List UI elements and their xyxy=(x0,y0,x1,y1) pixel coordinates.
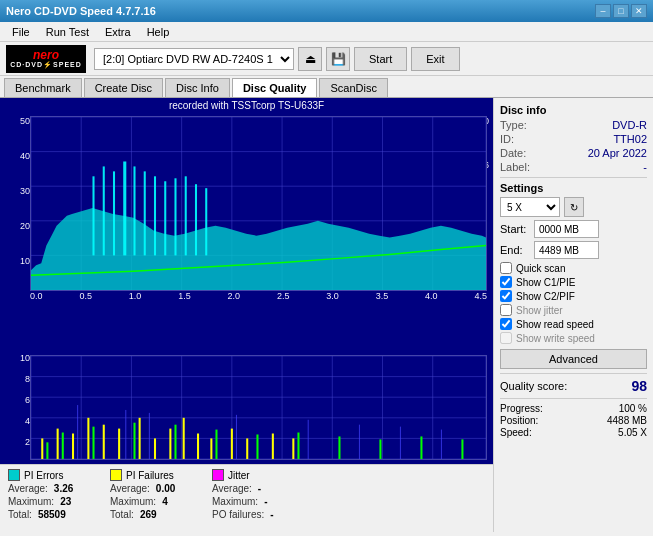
disc-type-row: Type: DVD-R xyxy=(500,119,647,131)
svg-rect-21 xyxy=(133,166,135,255)
svg-rect-63 xyxy=(92,427,94,459)
quick-scan-label: Quick scan xyxy=(516,263,565,274)
y-axis-lower-left: 10 8 6 4 2 xyxy=(2,353,30,458)
speed-row: Speed: 5.05 X xyxy=(500,427,647,438)
tab-create-disc[interactable]: Create Disc xyxy=(84,78,163,97)
start-mb-input[interactable] xyxy=(534,220,599,238)
show-c1pie-row: Show C1/PIE xyxy=(500,276,647,288)
pi-errors-label: PI Errors xyxy=(24,470,63,481)
svg-rect-57 xyxy=(231,429,233,459)
jitter-po-value: - xyxy=(270,509,273,520)
disc-date-label: Date: xyxy=(500,147,526,159)
svg-rect-78 xyxy=(359,425,360,459)
pi-errors-avg-value: 3.26 xyxy=(54,483,73,494)
nero-logo: nero CD·DVD⚡SPEED xyxy=(6,45,86,73)
menu-file[interactable]: File xyxy=(4,24,38,40)
svg-rect-45 xyxy=(41,438,43,459)
svg-rect-73 xyxy=(77,405,78,459)
svg-rect-18 xyxy=(103,166,105,255)
close-button[interactable]: ✕ xyxy=(631,4,647,18)
jitter-legend-box xyxy=(212,469,224,481)
disc-label-row: Label: - xyxy=(500,161,647,173)
tab-benchmark[interactable]: Benchmark xyxy=(4,78,82,97)
refresh-button[interactable]: ↻ xyxy=(564,197,584,217)
disc-id-label: ID: xyxy=(500,133,514,145)
menu-extra[interactable]: Extra xyxy=(97,24,139,40)
pi-errors-total-label: Total: xyxy=(8,509,32,520)
menu-bar: File Run Test Extra Help xyxy=(0,22,653,42)
show-c2pif-checkbox[interactable] xyxy=(500,290,512,302)
speed-setting-row: 5 X ↻ xyxy=(500,197,647,217)
end-mb-row: End: xyxy=(500,241,647,259)
speed-value: 5.05 X xyxy=(618,427,647,438)
show-read-speed-label: Show read speed xyxy=(516,319,594,330)
svg-rect-60 xyxy=(292,438,294,459)
quick-scan-row: Quick scan xyxy=(500,262,647,274)
divider-2 xyxy=(500,373,647,374)
svg-marker-16 xyxy=(31,208,486,290)
progress-section: Progress: 100 % Position: 4488 MB Speed:… xyxy=(500,403,647,438)
svg-rect-20 xyxy=(123,161,126,255)
pi-errors-avg-label: Average: xyxy=(8,483,48,494)
show-read-speed-checkbox[interactable] xyxy=(500,318,512,330)
maximize-button[interactable]: □ xyxy=(613,4,629,18)
tab-scan-disc[interactable]: ScanDisc xyxy=(319,78,387,97)
minimize-button[interactable]: – xyxy=(595,4,611,18)
eject-button[interactable]: ⏏ xyxy=(298,47,322,71)
svg-rect-52 xyxy=(154,438,156,459)
jitter-po-label: PO failures: xyxy=(212,509,264,520)
x-axis-upper: 0.0 0.5 1.0 1.5 2.0 2.5 3.0 3.5 4.0 4.5 xyxy=(30,291,487,301)
svg-rect-58 xyxy=(246,438,248,459)
speed-select[interactable]: 5 X xyxy=(500,197,560,217)
menu-help[interactable]: Help xyxy=(139,24,178,40)
jitter-group: Jitter Average: - Maximum: - PO failures… xyxy=(212,469,302,528)
progress-row: Progress: 100 % xyxy=(500,403,647,414)
show-c2pif-row: Show C2/PIF xyxy=(500,290,647,302)
svg-rect-65 xyxy=(174,425,176,459)
svg-rect-22 xyxy=(144,171,146,255)
position-label: Position: xyxy=(500,415,538,426)
svg-rect-26 xyxy=(185,176,187,255)
drive-select[interactable]: [2:0] Optiarc DVD RW AD-7240S 1.04 xyxy=(94,48,294,70)
save-button[interactable]: 💾 xyxy=(326,47,350,71)
svg-rect-54 xyxy=(183,418,185,459)
disc-date-row: Date: 20 Apr 2022 xyxy=(500,147,647,159)
pi-errors-total-row: Total: 58509 xyxy=(8,509,98,520)
divider-1 xyxy=(500,177,647,178)
jitter-max-value: - xyxy=(264,496,267,507)
upper-chart xyxy=(30,116,487,291)
tab-disc-info[interactable]: Disc Info xyxy=(165,78,230,97)
pi-failures-total-value: 269 xyxy=(140,509,157,520)
window-controls: – □ ✕ xyxy=(595,4,647,18)
tab-bar: Benchmark Create Disc Disc Info Disc Qua… xyxy=(0,76,653,98)
show-jitter-checkbox[interactable] xyxy=(500,304,512,316)
chart-title: recorded with TSSTcorp TS-U633F xyxy=(0,100,493,111)
quality-score-label: Quality score: xyxy=(500,380,567,392)
toolbar: nero CD·DVD⚡SPEED [2:0] Optiarc DVD RW A… xyxy=(0,42,653,76)
main-content: recorded with TSSTcorp TS-U633F 50 40 30… xyxy=(0,98,653,532)
svg-rect-51 xyxy=(139,418,141,459)
menu-run-test[interactable]: Run Test xyxy=(38,24,97,40)
disc-id-row: ID: TTH02 xyxy=(500,133,647,145)
advanced-button[interactable]: Advanced xyxy=(500,349,647,369)
end-mb-input[interactable] xyxy=(534,241,599,259)
show-write-speed-row: Show write speed xyxy=(500,332,647,344)
svg-rect-17 xyxy=(92,176,94,255)
pi-failures-max-value: 4 xyxy=(162,496,168,507)
quick-scan-checkbox[interactable] xyxy=(500,262,512,274)
svg-rect-64 xyxy=(133,423,135,459)
svg-rect-72 xyxy=(461,439,463,459)
exit-button[interactable]: Exit xyxy=(411,47,459,71)
pi-errors-legend-box xyxy=(8,469,20,481)
disc-info-title: Disc info xyxy=(500,104,647,116)
svg-rect-68 xyxy=(297,433,299,459)
tab-disc-quality[interactable]: Disc Quality xyxy=(232,78,318,97)
jitter-max-label: Maximum: xyxy=(212,496,258,507)
start-button[interactable]: Start xyxy=(354,47,407,71)
svg-rect-59 xyxy=(272,433,274,459)
show-c1pie-checkbox[interactable] xyxy=(500,276,512,288)
svg-rect-61 xyxy=(46,442,48,459)
disc-type-value: DVD-R xyxy=(612,119,647,131)
show-write-speed-checkbox[interactable] xyxy=(500,332,512,344)
pi-failures-max-label: Maximum: xyxy=(110,496,156,507)
